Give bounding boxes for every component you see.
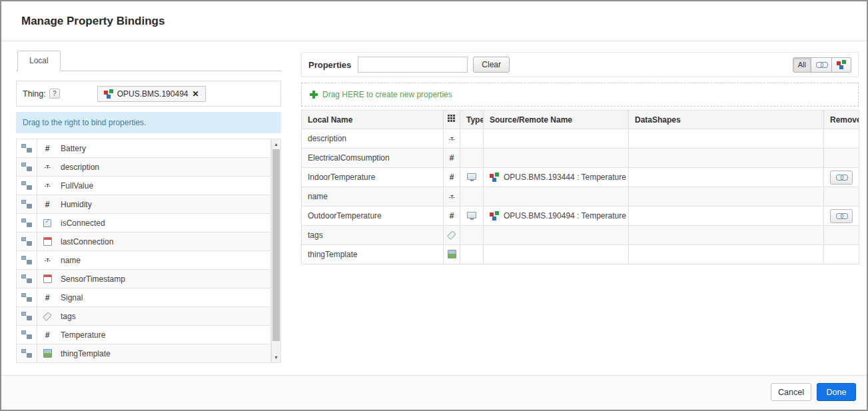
bind-drag-icon[interactable]: [17, 344, 37, 362]
list-item[interactable]: isConnected: [16, 214, 271, 232]
bind-drag-icon[interactable]: [17, 270, 37, 288]
property-name: SensorTimestamp: [61, 274, 125, 284]
properties-search-input[interactable]: [358, 57, 468, 73]
remote-binding-icon: [467, 173, 476, 180]
datashapes-cell: [629, 226, 824, 245]
table-row[interactable]: thingTemplate: [302, 245, 859, 264]
unbind-icon: [836, 213, 847, 219]
list-item[interactable]: FullValue: [16, 177, 271, 195]
table-header-row: Local Name Type Source/Remote Name DataS…: [302, 111, 859, 129]
drop-hint-text: Drag HERE to create new properties: [322, 90, 452, 99]
local-name-cell[interactable]: description: [302, 129, 444, 149]
local-name-cell[interactable]: tags: [302, 226, 444, 245]
type-icon: [41, 330, 53, 340]
manage-property-bindings-dialog: Manage Property Bindings Local Thing: ? …: [0, 0, 868, 411]
unbind-icon: [836, 175, 847, 181]
local-name-cell[interactable]: name: [302, 187, 444, 206]
property-name: Humidity: [61, 200, 92, 209]
scroll-thumb[interactable]: [272, 149, 280, 341]
thing-icon: [104, 89, 113, 99]
bind-drag-icon[interactable]: [17, 232, 37, 250]
list-item[interactable]: tags: [16, 307, 271, 326]
bind-drag-icon[interactable]: [17, 251, 37, 269]
property-name: isConnected: [61, 218, 105, 228]
property-name: Signal: [61, 293, 83, 302]
bind-drag-icon[interactable]: [17, 195, 37, 213]
filter-all-button[interactable]: All: [793, 57, 811, 73]
property-name: Battery: [61, 144, 86, 153]
done-button[interactable]: Done: [817, 383, 856, 401]
local-name-cell[interactable]: ElectricalComsumption: [302, 149, 444, 168]
property-name: lastConnection: [61, 237, 113, 246]
header-local-name: Local Name: [302, 111, 444, 129]
property-name: description: [61, 163, 99, 172]
list-item[interactable]: Temperature: [16, 326, 271, 344]
clear-button[interactable]: Clear: [473, 57, 510, 73]
remove-thing-icon[interactable]: [192, 90, 199, 98]
type-icon: [41, 311, 53, 322]
list-item[interactable]: Humidity: [16, 195, 271, 214]
list-item[interactable]: SensorTimestamp: [16, 270, 271, 288]
property-name: tags: [61, 312, 76, 321]
chain-link-icon: [816, 62, 827, 68]
list-item[interactable]: name: [16, 251, 271, 270]
new-property-drop-zone[interactable]: Drag HERE to create new properties: [301, 83, 859, 107]
list-item[interactable]: lastConnection: [16, 232, 271, 251]
dialog-footer: Cancel Done: [1, 375, 867, 410]
local-property-list: Battery description FullValue Humidity i: [16, 139, 281, 363]
header-datashapes: DataShapes: [629, 111, 824, 129]
filter-toggle-group: All: [793, 57, 851, 73]
table-row[interactable]: tags: [302, 226, 859, 245]
type-icon: [41, 199, 53, 210]
bind-drag-icon[interactable]: [17, 307, 37, 325]
filter-local-bind-button[interactable]: [832, 57, 851, 73]
scrollbar[interactable]: [271, 139, 281, 363]
unbind-button[interactable]: [830, 171, 853, 185]
table-row[interactable]: ElectricalComsumption: [302, 149, 859, 168]
bindings-table: Local Name Type Source/Remote Name DataS…: [301, 110, 859, 264]
list-item[interactable]: description: [16, 158, 271, 177]
tab-local[interactable]: Local: [17, 51, 61, 71]
datashapes-cell: [629, 149, 824, 168]
type-icon: [446, 230, 458, 240]
title-bar: Manage Property Bindings: [1, 1, 867, 41]
header-source: Source/Remote Name: [484, 111, 629, 129]
thing-chip[interactable]: OPUS.BMS.190494: [97, 86, 206, 102]
source-name: OPUS.BMS.190494 : Temperature: [504, 211, 626, 220]
help-icon[interactable]: ?: [49, 89, 60, 99]
bind-drag-icon[interactable]: [17, 288, 37, 306]
type-icon: [446, 133, 458, 144]
datashapes-cell: [629, 129, 824, 149]
remote-binding-icon: [467, 212, 476, 218]
table-row[interactable]: name: [302, 187, 859, 206]
unbind-button[interactable]: [830, 209, 853, 223]
plus-icon: [310, 91, 318, 99]
table-row[interactable]: IndoorTemperature OPUS.BMS.193444 : Temp…: [302, 168, 859, 187]
local-name-cell[interactable]: OutdoorTemperature: [302, 206, 444, 226]
filter-bound-button[interactable]: [811, 57, 832, 73]
bind-drag-icon[interactable]: [17, 139, 37, 157]
scroll-up-icon[interactable]: [272, 139, 280, 149]
type-icon: [41, 348, 53, 359]
local-name-cell[interactable]: IndoorTemperature: [302, 168, 444, 187]
type-icon: [41, 181, 53, 191]
table-row[interactable]: description: [302, 129, 859, 149]
table-row[interactable]: OutdoorTemperature OPUS.BMS.190494 : Tem…: [302, 206, 859, 226]
drag-hint-banner: Drag to the right to bind properties.: [16, 112, 281, 133]
local-name-cell[interactable]: thingTemplate: [302, 245, 444, 264]
list-item[interactable]: Battery: [16, 139, 271, 158]
bind-drag-icon[interactable]: [17, 326, 37, 344]
cancel-button[interactable]: Cancel: [771, 383, 811, 401]
properties-label: Properties: [308, 60, 351, 70]
type-icon: [446, 210, 458, 221]
bind-drag-icon[interactable]: [17, 214, 37, 232]
property-name: Temperature: [61, 330, 105, 340]
source-name: OPUS.BMS.193444 : Temperature: [504, 173, 626, 182]
bind-drag-icon[interactable]: [17, 158, 37, 176]
bind-drag-icon[interactable]: [17, 177, 37, 195]
thing-icon: [490, 173, 499, 182]
type-icon: [41, 162, 53, 173]
type-icon: [446, 153, 458, 163]
list-item[interactable]: Signal: [16, 288, 271, 307]
list-item[interactable]: thingTemplate: [16, 344, 271, 363]
